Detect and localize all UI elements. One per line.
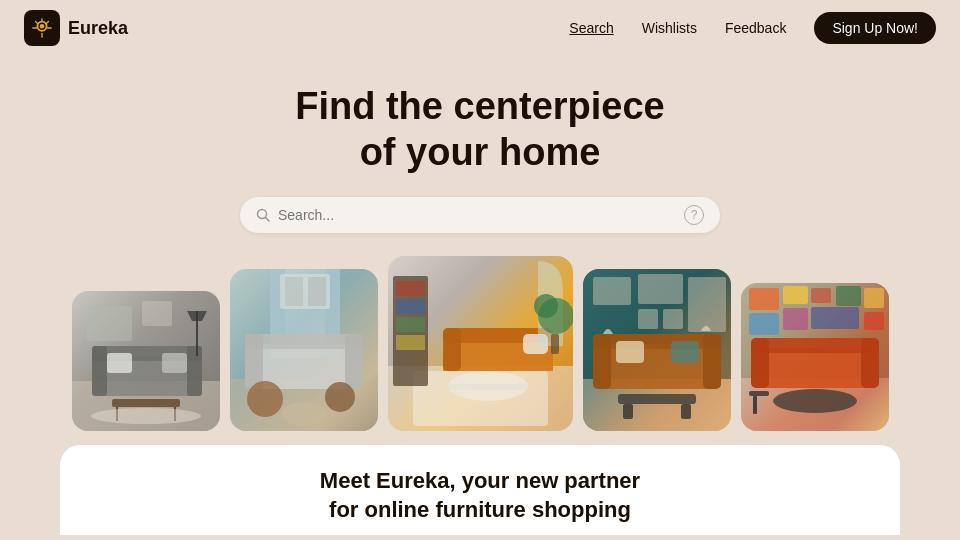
nav-links: Search Wishlists Feedback Sign Up Now! [569,12,936,44]
svg-rect-54 [616,341,644,363]
navbar: Eureka Search Wishlists Feedback Sign Up… [0,0,960,56]
svg-rect-58 [638,309,658,329]
svg-rect-51 [593,334,721,349]
svg-point-44 [534,294,558,318]
gallery-item-2 [230,269,378,431]
svg-rect-7 [92,346,107,396]
svg-rect-52 [593,334,611,389]
svg-rect-67 [751,338,879,353]
svg-rect-25 [245,334,263,389]
gallery-item-5 [741,283,889,431]
nav-link-feedback[interactable]: Feedback [725,20,786,36]
svg-rect-69 [861,338,879,388]
svg-rect-53 [703,334,721,389]
help-icon[interactable]: ? [684,205,704,225]
svg-rect-59 [663,309,683,329]
svg-rect-57 [638,274,683,304]
gallery-item-4 [583,269,731,431]
svg-rect-68 [751,338,769,388]
svg-rect-26 [345,334,363,389]
svg-rect-32 [308,277,326,306]
svg-rect-37 [396,299,425,314]
svg-rect-9 [107,353,132,373]
svg-rect-55 [671,341,699,363]
bottom-card: Meet Eureka, your new partner for online… [60,445,900,535]
svg-rect-73 [811,288,831,303]
svg-rect-10 [162,353,187,373]
search-input[interactable] [278,207,676,223]
svg-point-29 [282,402,326,426]
svg-point-1 [40,24,45,29]
gallery-item-1 [72,291,220,431]
svg-rect-39 [396,335,425,350]
svg-marker-15 [187,311,207,321]
svg-rect-31 [285,277,303,306]
signup-button[interactable]: Sign Up Now! [814,12,936,44]
svg-rect-71 [749,313,779,335]
svg-rect-18 [142,301,172,326]
bottom-card-title: Meet Eureka, your new partner for online… [60,467,900,524]
svg-rect-74 [836,286,861,306]
logo[interactable]: Eureka [24,10,128,46]
svg-rect-47 [448,384,528,390]
svg-rect-8 [187,346,202,396]
svg-rect-36 [396,281,425,296]
brand-name: Eureka [68,18,128,39]
svg-rect-76 [783,308,808,330]
image-gallery [0,251,960,431]
nav-link-search[interactable]: Search [569,20,613,36]
svg-point-27 [247,381,283,417]
svg-point-16 [91,408,201,424]
svg-point-28 [325,382,355,412]
svg-rect-38 [396,317,425,332]
svg-rect-60 [688,277,726,332]
hero-title: Find the centerpiece of your home [295,84,665,175]
svg-rect-80 [753,396,757,414]
svg-rect-11 [112,399,180,407]
svg-rect-50 [593,344,721,389]
svg-rect-75 [864,288,884,308]
logo-icon [24,10,60,46]
svg-rect-56 [593,277,631,305]
svg-rect-45 [551,334,559,354]
svg-rect-17 [87,306,132,341]
svg-rect-66 [751,348,879,388]
svg-rect-77 [811,307,859,329]
nav-link-wishlists[interactable]: Wishlists [642,20,697,36]
svg-rect-41 [443,328,461,371]
svg-rect-70 [749,288,779,310]
svg-rect-78 [864,312,884,330]
svg-rect-61 [618,394,696,404]
svg-rect-63 [681,404,691,419]
svg-rect-79 [749,391,769,396]
svg-rect-72 [783,286,808,304]
svg-line-3 [266,218,270,222]
hero-section: Find the centerpiece of your home ? [0,56,960,251]
svg-point-81 [773,389,857,413]
search-bar[interactable]: ? [240,197,720,233]
search-icon [256,208,270,222]
svg-rect-62 [623,404,633,419]
gallery-item-3 [388,256,573,431]
